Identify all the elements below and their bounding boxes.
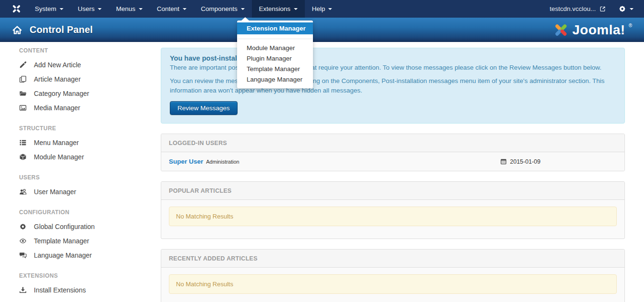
sidebar-item-label: Article Manager bbox=[34, 75, 81, 83]
eye-icon bbox=[19, 237, 27, 245]
sidebar-item-label: Module Manager bbox=[34, 153, 84, 161]
sidebar-section-extensions: EXTENSIONS bbox=[19, 272, 153, 279]
menu-system[interactable]: System bbox=[28, 0, 71, 18]
sidebar-item-label: Add New Article bbox=[34, 61, 81, 69]
dropdown-item-extension-manager[interactable]: Extension Manager bbox=[237, 22, 313, 34]
sidebar-item-add-new-article[interactable]: Add New Article bbox=[19, 58, 153, 72]
external-link-icon bbox=[600, 6, 606, 12]
sidebar-section-users: USERS bbox=[19, 174, 153, 181]
menu-users-label: Users bbox=[78, 5, 94, 12]
home-icon bbox=[12, 25, 22, 35]
menu-system-label: System bbox=[35, 5, 56, 12]
dropdown-item-language-manager[interactable]: Language Manager bbox=[237, 74, 313, 85]
gear-icon bbox=[618, 5, 626, 13]
site-preview-link[interactable]: testcdn.vcclou... bbox=[550, 5, 606, 12]
menu-extensions-label: Extensions bbox=[259, 5, 291, 12]
sidebar-item-user-manager[interactable]: User Manager bbox=[19, 185, 153, 199]
sidebar-section-structure: STRUCTURE bbox=[19, 125, 153, 132]
sidebar-item-article-manager[interactable]: Article Manager bbox=[19, 72, 153, 86]
title-bar: Control Panel Joomla! ® bbox=[0, 18, 644, 42]
sidebar-item-category-manager[interactable]: Category Manager bbox=[19, 86, 153, 101]
site-link-label: testcdn.vcclou... bbox=[550, 5, 596, 12]
list-icon bbox=[19, 139, 27, 146]
no-results-message: No Matching Results bbox=[169, 207, 617, 226]
chevron-down-icon bbox=[139, 8, 143, 10]
menu-extensions[interactable]: Extensions bbox=[252, 0, 305, 18]
top-navbar: System Users Menus Content Components Ex… bbox=[0, 0, 644, 18]
calendar-icon bbox=[500, 158, 507, 165]
sidebar-item-label: Language Manager bbox=[34, 251, 92, 259]
download-icon bbox=[19, 286, 27, 294]
admin-sidebar: CONTENT Add New Article Article Manager … bbox=[19, 47, 153, 297]
main-content: You have post-installation messages Ther… bbox=[161, 48, 625, 302]
menu-components-label: Components bbox=[201, 5, 238, 12]
recently-added-articles-panel: RECENTLY ADDED ARTICLES No Matching Resu… bbox=[161, 249, 625, 302]
cube-icon bbox=[19, 153, 27, 161]
sidebar-item-label: Global Configuration bbox=[34, 223, 95, 230]
menu-content-label: Content bbox=[157, 5, 179, 12]
page-title: Control Panel bbox=[30, 24, 93, 35]
menu-help-label: Help bbox=[312, 5, 325, 12]
sidebar-item-label: Template Manager bbox=[34, 237, 89, 245]
sidebar-item-global-configuration[interactable]: Global Configuration bbox=[19, 219, 153, 234]
logged-in-user-row: Super User Administration 2015-01-09 bbox=[161, 152, 624, 171]
panel-body: No Matching Results bbox=[161, 268, 624, 302]
registered-mark: ® bbox=[629, 23, 632, 29]
menu-components[interactable]: Components bbox=[194, 0, 252, 18]
menu-content[interactable]: Content bbox=[150, 0, 194, 18]
post-installation-message-box: You have post-installation messages Ther… bbox=[161, 48, 625, 124]
settings-menu[interactable] bbox=[618, 5, 634, 13]
panel-body: No Matching Results bbox=[161, 200, 624, 239]
topbar-right: testcdn.vcclou... bbox=[550, 0, 644, 18]
dropdown-item-module-manager[interactable]: Module Manager bbox=[237, 43, 313, 53]
extensions-dropdown-menu: Extension Manager Module Manager Plugin … bbox=[237, 21, 313, 88]
folder-icon bbox=[19, 90, 27, 97]
sidebar-item-label: User Manager bbox=[34, 188, 76, 196]
login-date: 2015-01-09 bbox=[500, 158, 540, 165]
sidebar-item-media-manager[interactable]: Media Manager bbox=[19, 101, 153, 115]
sidebar-item-label: Install Extensions bbox=[34, 286, 86, 294]
chevron-down-icon bbox=[328, 8, 332, 10]
comments-icon bbox=[19, 251, 27, 259]
chevron-down-icon bbox=[183, 8, 187, 10]
panel-title: RECENTLY ADDED ARTICLES bbox=[161, 250, 624, 268]
review-messages-button[interactable]: Review Messages bbox=[170, 101, 238, 115]
image-icon bbox=[19, 104, 27, 112]
menu-users[interactable]: Users bbox=[71, 0, 109, 18]
sidebar-item-language-manager[interactable]: Language Manager bbox=[19, 248, 153, 262]
joomla-logo: Joomla! ® bbox=[553, 22, 632, 38]
chevron-down-icon bbox=[60, 8, 63, 10]
sidebar-item-label: Category Manager bbox=[34, 90, 89, 97]
dropdown-item-template-manager[interactable]: Template Manager bbox=[237, 64, 313, 74]
joomla-admin-screen: System Users Menus Content Components Ex… bbox=[0, 0, 644, 302]
pencil-icon bbox=[19, 61, 27, 69]
chevron-down-icon bbox=[241, 8, 245, 10]
sidebar-item-module-manager[interactable]: Module Manager bbox=[19, 150, 153, 164]
copy-icon bbox=[19, 75, 27, 83]
login-date-value: 2015-01-09 bbox=[510, 158, 540, 165]
dropdown-item-plugin-manager[interactable]: Plugin Manager bbox=[237, 53, 313, 64]
sidebar-item-label: Menu Manager bbox=[34, 139, 79, 146]
user-name-link[interactable]: Super User bbox=[169, 158, 203, 165]
sidebar-item-menu-manager[interactable]: Menu Manager bbox=[19, 135, 153, 150]
sidebar-item-template-manager[interactable]: Template Manager bbox=[19, 234, 153, 248]
panel-title: POPULAR ARTICLES bbox=[161, 182, 624, 200]
chevron-down-icon bbox=[98, 8, 102, 10]
user-location: Administration bbox=[206, 159, 239, 165]
menu-menus-label: Menus bbox=[116, 5, 135, 12]
popular-articles-panel: POPULAR ARTICLES No Matching Results bbox=[161, 181, 625, 239]
sidebar-item-install-extensions[interactable]: Install Extensions bbox=[19, 283, 153, 297]
user-icon bbox=[19, 188, 27, 196]
menu-menus[interactable]: Menus bbox=[109, 0, 150, 18]
sidebar-section-configuration: CONFIGURATION bbox=[19, 209, 153, 216]
joomla-logo-text: Joomla! bbox=[572, 22, 625, 38]
sidebar-item-label: Media Manager bbox=[34, 104, 80, 112]
joomla-icon[interactable] bbox=[0, 0, 28, 18]
panel-title: LOGGED-IN USERS bbox=[161, 134, 624, 152]
gear-icon bbox=[19, 223, 27, 230]
joomla-logo-icon bbox=[553, 22, 569, 38]
sidebar-section-content: CONTENT bbox=[19, 47, 153, 54]
logged-in-users-panel: LOGGED-IN USERS Super User Administratio… bbox=[161, 134, 625, 171]
no-results-message: No Matching Results bbox=[169, 274, 617, 294]
menu-help[interactable]: Help bbox=[305, 0, 340, 18]
